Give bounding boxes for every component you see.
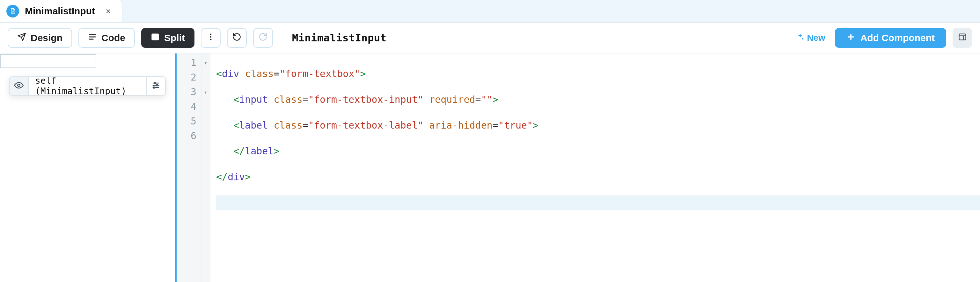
fold-gutter: ▾ ▾ xyxy=(202,54,210,282)
panel-toggle-button[interactable] xyxy=(953,28,972,48)
new-link[interactable]: New xyxy=(793,33,829,43)
tree-node-label: self (MinimalistInput) xyxy=(29,76,146,95)
sliders-icon xyxy=(151,81,161,91)
toolbar: Design Code Split xyxy=(0,23,980,54)
current-component-title: MinimalistInput xyxy=(292,32,387,44)
paper-plane-icon xyxy=(17,32,26,44)
code-area[interactable]: <div class="form-textbox"> <input class=… xyxy=(210,54,980,282)
code-button[interactable]: Code xyxy=(78,28,135,48)
plus-icon xyxy=(846,32,855,44)
line-number: 4 xyxy=(177,99,201,114)
split-button[interactable]: Split xyxy=(141,28,194,48)
add-component-button[interactable]: Add Component xyxy=(835,28,946,48)
new-label: New xyxy=(807,33,826,43)
code-line: <div class="form-textbox"> xyxy=(216,67,980,81)
svg-point-6 xyxy=(210,36,212,38)
line-gutter: 1 2 3 4 5 6 xyxy=(177,54,202,282)
svg-rect-10 xyxy=(959,34,966,40)
svg-point-17 xyxy=(156,85,158,86)
svg-point-19 xyxy=(153,87,155,89)
tree-search-input[interactable] xyxy=(0,54,96,68)
tab-minimalistinput[interactable]: MinimalistInput xyxy=(0,0,123,22)
more-button[interactable] xyxy=(201,28,221,48)
code-line: </div> xyxy=(216,170,980,184)
code-editor[interactable]: 1 2 3 4 5 6 ▾ ▾ <div class="form-textbox… xyxy=(177,54,980,282)
add-component-label: Add Component xyxy=(861,32,935,43)
tab-title: MinimalistInput xyxy=(25,6,95,17)
code-line: <input class="form-textbox-input" requir… xyxy=(216,92,980,107)
svg-point-7 xyxy=(210,38,212,40)
tree-node-self[interactable]: self (MinimalistInput) xyxy=(9,76,166,95)
tab-strip: MinimalistInput xyxy=(0,0,980,23)
line-number: 3 xyxy=(177,85,201,99)
fold-toggle[interactable]: ▾ xyxy=(202,55,210,70)
svg-point-15 xyxy=(154,82,156,84)
component-tree: self (MinimalistInput) xyxy=(0,76,175,95)
fold-toggle[interactable]: ▾ xyxy=(202,85,210,99)
code-line xyxy=(216,195,980,210)
svg-point-13 xyxy=(18,84,20,87)
close-icon[interactable] xyxy=(104,7,113,16)
main-split: self (MinimalistInput) 1 2 3 4 5 xyxy=(0,54,980,282)
svg-point-5 xyxy=(210,33,212,35)
line-number: 5 xyxy=(177,114,201,128)
node-settings-button[interactable] xyxy=(146,77,165,95)
redo-icon xyxy=(259,32,267,44)
sparkle-icon xyxy=(796,33,804,43)
line-number: 6 xyxy=(177,128,201,143)
eye-icon xyxy=(14,81,24,91)
design-button[interactable]: Design xyxy=(8,28,72,48)
code-line: <label class="form-textbox-label" aria-h… xyxy=(216,118,980,133)
visibility-toggle[interactable] xyxy=(10,77,29,95)
kebab-icon xyxy=(206,32,215,44)
code-label: Code xyxy=(101,32,125,43)
list-icon xyxy=(88,32,97,44)
line-number: 2 xyxy=(177,70,201,85)
left-pane: self (MinimalistInput) xyxy=(0,54,177,282)
component-file-icon xyxy=(6,5,19,17)
undo-icon xyxy=(232,32,241,44)
code-line: </label> xyxy=(216,144,980,158)
split-label: Split xyxy=(164,32,185,43)
undo-button[interactable] xyxy=(227,28,247,48)
layout-panel-icon xyxy=(958,32,967,44)
design-label: Design xyxy=(30,32,62,43)
split-view-icon xyxy=(151,32,160,44)
line-number: 1 xyxy=(177,55,201,70)
redo-button[interactable] xyxy=(253,28,273,48)
